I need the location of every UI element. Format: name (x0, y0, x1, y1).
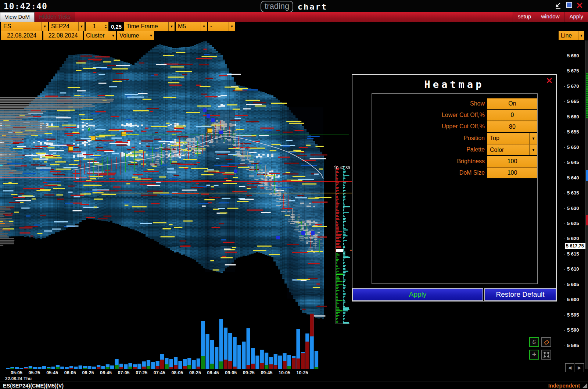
time-tick-label: 09:45 (261, 370, 272, 375)
price-tick-mark (564, 163, 565, 163)
spinner-up-icon[interactable]: ▲ (105, 24, 107, 26)
show-label: Show (372, 100, 487, 107)
palette-select[interactable]: Color▼ (487, 144, 537, 155)
date-from-value: 22.08.2024 (1, 32, 42, 39)
tab-view-dom[interactable]: View DoM (0, 12, 35, 22)
cluster-mode-select[interactable]: Volume ▼ (117, 31, 154, 40)
price-level-line (97, 190, 132, 191)
price-level-line (96, 135, 349, 135)
price-tick-mark (564, 86, 565, 87)
chart-type-select[interactable]: Cluster ▼ (84, 31, 116, 40)
maximize-icon[interactable] (566, 2, 572, 8)
spinner-down-icon[interactable]: ▼ (105, 26, 107, 29)
date-to-field[interactable]: 22.08.2024 (43, 31, 83, 40)
palette-label: Palette (372, 146, 487, 153)
apply-dialog-button[interactable]: Apply (352, 288, 483, 301)
symbol-value: ES (1, 23, 13, 30)
dropdown-arrow-icon[interactable]: ▼ (578, 31, 584, 40)
timeframe-mode-select[interactable]: Time Frame ▼ (124, 22, 175, 31)
tab-hidden-ticks[interactable]: Hidden Ticks (35, 12, 75, 22)
price-tick-label: 5 635 (567, 190, 579, 196)
dropdown-arrow-icon[interactable]: ▼ (229, 22, 235, 31)
tag-icon (543, 339, 550, 346)
dropdown-arrow-icon[interactable]: ▼ (42, 22, 48, 31)
menu-bar-right: setup window Apply (513, 12, 588, 22)
minimize-icon[interactable] (555, 3, 562, 10)
line-style-select[interactable]: Line ▼ (559, 31, 584, 40)
date-from-field[interactable]: 22.08.2024 (1, 31, 42, 40)
close-icon[interactable]: ✕ (576, 2, 583, 9)
time-tick-label: 08:25 (189, 370, 201, 375)
price-tick-label: 5 630 (567, 206, 579, 211)
upper-cutoff-field[interactable]: 80 (487, 121, 537, 132)
brightness-label: Brightness (372, 158, 487, 165)
lower-cutoff-field[interactable]: 0 (487, 110, 537, 121)
time-axis[interactable]: 05:0505:2505:4506:0506:2506:4507:0507:25… (0, 370, 565, 377)
show-field[interactable]: On (487, 98, 537, 109)
price-tick-label: 5 605 (567, 282, 579, 287)
apply-menu-button[interactable]: Apply (564, 12, 588, 22)
trading-chart-app: 10:42:40 trading chart ✕ View DoM Hidden… (0, 0, 588, 389)
dom-size-label: DoM Size (372, 169, 487, 176)
strip-red-segment (586, 215, 588, 225)
dialog-close-icon[interactable]: ✕ (546, 76, 553, 86)
dropdown-arrow-icon[interactable]: ▼ (529, 133, 537, 144)
tick-size-value: 0,25 (110, 22, 123, 31)
crosshair-tool-button[interactable]: + (529, 350, 539, 360)
date-label: 22.08.24 Thu (5, 376, 32, 381)
price-tick-mark (564, 224, 565, 224)
timeframe-mode-value: Time Frame (124, 23, 160, 30)
price-level-line (96, 193, 359, 193)
trading-badge: trading (261, 1, 293, 13)
time-tick-label: 10:05 (279, 370, 290, 375)
price-tick-label: 5 660 (567, 114, 579, 119)
brightness-field[interactable]: 100 (487, 156, 537, 167)
contract-select[interactable]: SEP24 ▼ (49, 22, 85, 31)
dropdown-arrow-icon[interactable]: ▼ (78, 22, 85, 31)
dropdown-arrow-icon[interactable]: ▼ (110, 31, 116, 40)
position-select[interactable]: Top▼ (487, 133, 537, 144)
upper-cutoff-label: Upper Cut Off,% (372, 123, 487, 130)
price-tick-mark (564, 117, 565, 117)
expand-tool-button[interactable] (541, 350, 551, 360)
setup-button[interactable]: setup (513, 12, 536, 22)
dropdown-arrow-icon[interactable]: ▼ (168, 22, 175, 31)
position-value: Top (487, 135, 529, 142)
strip-blue-segment (586, 170, 588, 181)
time-tick-label: 09:05 (225, 370, 237, 375)
contract-value: SEP24 (49, 23, 72, 30)
price-level-line (74, 181, 359, 182)
dialog-title: Heatmap (352, 79, 556, 90)
restore-default-button[interactable]: Restore Default (484, 288, 556, 301)
lower-cutoff-value: 0 (487, 112, 537, 118)
price-tick-mark (564, 132, 565, 132)
quantity-stepper[interactable]: 1 ▲ ▼ (86, 22, 108, 31)
extra-select[interactable]: - ▼ (208, 22, 235, 31)
price-tick-mark (564, 56, 565, 56)
heatmap-canvas[interactable] (0, 40, 360, 369)
nav-right-button[interactable]: ▶ (575, 363, 584, 372)
dropdown-arrow-icon[interactable]: ▼ (201, 22, 207, 31)
window-button[interactable]: window (536, 12, 564, 22)
upper-cutoff-value: 80 (487, 124, 537, 130)
price-tick-label: 5 625 (567, 221, 579, 226)
resize-grip[interactable] (582, 383, 587, 388)
spinner-icons[interactable]: ▲ ▼ (103, 24, 108, 29)
strip-green-segment (586, 73, 588, 118)
dropdown-arrow-icon[interactable]: ▼ (148, 31, 154, 40)
time-tick-label: 05:25 (29, 370, 40, 375)
dom-size-field[interactable]: 100 (487, 167, 537, 178)
price-axis[interactable]: 5 6805 6755 6705 6655 6605 6555 6505 645… (565, 40, 588, 382)
grid-toggle-button[interactable]: G (529, 337, 539, 347)
nav-left-button[interactable]: ◀ (565, 363, 574, 372)
time-tick-label: 08:45 (207, 370, 219, 375)
dialog-settings-panel: ShowOnLower Cut Off,%0Upper Cut Off,%80P… (372, 93, 538, 284)
timeframe-select[interactable]: M5 ▼ (176, 22, 207, 31)
tag-tool-button[interactable] (541, 337, 551, 347)
price-tick-label: 5 595 (567, 312, 579, 318)
time-marker-label: 10:42:39 (334, 165, 350, 170)
symbol-select[interactable]: ES ▼ (1, 22, 48, 31)
price-tick-mark (564, 315, 565, 315)
dialog-row-lower-cutoff: Lower Cut Off,%0 (372, 109, 537, 121)
dropdown-arrow-icon[interactable]: ▼ (529, 144, 537, 155)
